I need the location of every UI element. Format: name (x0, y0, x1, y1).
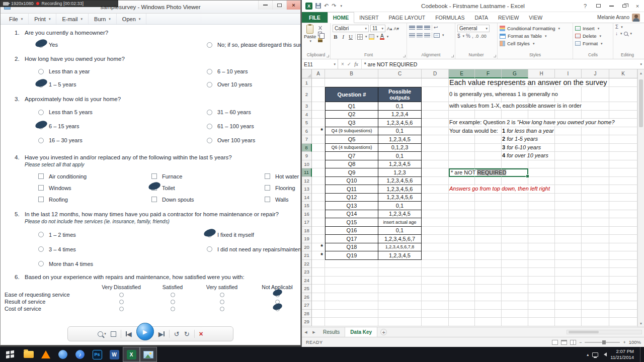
cell-D7[interactable] (422, 135, 449, 144)
sheet-nav-left-icon[interactable]: ◀ (302, 327, 310, 337)
cell-A20[interactable]: * (312, 243, 325, 252)
decrease-decimal-button[interactable]: .00 (480, 34, 487, 39)
cell-K22[interactable] (609, 260, 637, 268)
accounting-format-button[interactable]: $ (457, 34, 460, 39)
cell-H20[interactable] (528, 243, 555, 252)
formula-input[interactable]: * are NOT REQUIRED (362, 59, 639, 69)
cell-C19[interactable]: 1,2,3,4,5,6,7 (378, 235, 422, 243)
cell-D9[interactable] (422, 152, 449, 160)
cell-B9[interactable]: Q7 (325, 152, 378, 160)
sort-filter-button[interactable]: ↓ (615, 31, 618, 36)
align-left-button[interactable] (409, 33, 415, 38)
cell-G23[interactable] (502, 268, 528, 277)
cell-F17[interactable] (475, 218, 502, 227)
cell-B24[interactable] (325, 277, 378, 285)
cell-B8[interactable]: Q6 (4 subquestions) (325, 144, 378, 152)
cell-J10[interactable] (582, 160, 609, 169)
cell-D16[interactable] (422, 210, 449, 219)
cell-F4[interactable] (475, 111, 502, 119)
cell-J23[interactable] (582, 268, 609, 277)
cell-C20[interactable]: 1,2,3,4,5,6,7,8 (378, 243, 422, 252)
page-layout-view-icon[interactable] (561, 340, 567, 345)
tab-home[interactable]: HOME (328, 12, 355, 23)
cell-I16[interactable] (555, 210, 582, 219)
cell-I12[interactable] (555, 177, 582, 186)
cell-D25[interactable] (422, 285, 449, 293)
cell-B7[interactable]: Q5 (325, 135, 378, 144)
cell-A29[interactable] (312, 318, 325, 326)
cell-C26[interactable] (378, 293, 422, 302)
tray-expand-icon[interactable]: ▴ (587, 352, 589, 357)
cell-E7[interactable] (449, 135, 475, 144)
cell-C15[interactable]: 0,1 (378, 202, 422, 210)
cell-E2[interactable]: 0 is generally yes, whereas 1 is general… (449, 87, 475, 102)
cell-I29[interactable] (555, 318, 582, 326)
cell-H12[interactable] (528, 177, 555, 186)
cell-H11[interactable] (528, 168, 555, 177)
cell-I10[interactable] (555, 160, 582, 169)
cell-C28[interactable] (378, 310, 422, 318)
cell-C6[interactable]: 0,1 (378, 127, 422, 136)
cell-C10[interactable]: 1,2,3,4,5 (378, 160, 422, 169)
insert-function-icon[interactable]: fx (354, 61, 358, 67)
row-header-4[interactable]: 4 (302, 111, 312, 119)
row-header-9[interactable]: 9 (302, 152, 312, 160)
increase-decimal-button[interactable]: .0 (475, 34, 479, 39)
taskbar-photo-viewer-button[interactable] (140, 347, 157, 362)
font-name-select[interactable]: Calibri▾ (333, 25, 369, 32)
cell-I13[interactable] (555, 185, 582, 194)
cell-B5[interactable]: Q3 (325, 119, 378, 127)
cell-I15[interactable] (555, 202, 582, 210)
cell-C14[interactable]: 1,2,3,4,5,6 (378, 194, 422, 202)
cell-D14[interactable] (422, 194, 449, 202)
taskbar-media-app-button[interactable] (54, 347, 71, 362)
formula-bar-expand-icon[interactable]: ▾ (640, 62, 642, 66)
zoom-out-icon[interactable]: − (579, 340, 582, 345)
cell-J12[interactable] (582, 177, 609, 186)
cell-B11[interactable]: Q9 (325, 168, 378, 177)
enter-icon[interactable]: ✓ (347, 61, 351, 67)
cell-E15[interactable] (449, 202, 475, 210)
cell-D10[interactable] (422, 160, 449, 169)
cell-D8[interactable] (422, 144, 449, 152)
cell-H15[interactable] (528, 202, 555, 210)
cell-A8[interactable] (312, 144, 325, 152)
align-center-button[interactable] (417, 33, 423, 38)
cell-G7[interactable]: 2 for 1-5 years (502, 135, 528, 144)
cell-B10[interactable]: Q8 (325, 160, 378, 169)
cell-J21[interactable] (582, 251, 609, 260)
column-header-G[interactable]: G (502, 69, 528, 78)
cell-I17[interactable] (555, 218, 582, 227)
cell-A25[interactable] (312, 285, 325, 293)
column-header-B[interactable]: B (325, 69, 378, 78)
cell-B18[interactable]: Q16 (325, 227, 378, 235)
column-header-I[interactable]: I (555, 69, 582, 78)
show-desktop-button[interactable] (640, 347, 643, 362)
cell-C7[interactable]: 1,2,3,4,5 (378, 135, 422, 144)
dialog-launcher-icon[interactable] (403, 55, 406, 57)
start-button[interactable] (0, 347, 20, 362)
cell-K8[interactable] (609, 144, 637, 152)
cell-K13[interactable] (609, 185, 637, 194)
cell-C29[interactable] (378, 318, 422, 326)
cell-J3[interactable] (582, 102, 609, 111)
cell-I26[interactable] (555, 293, 582, 302)
cell-E26[interactable] (449, 293, 475, 302)
wrap-text-button[interactable]: ↩ (434, 25, 438, 30)
cut-icon[interactable] (318, 26, 323, 30)
row-header-8[interactable]: 8 (302, 144, 312, 152)
row-header-10[interactable]: 10 (302, 160, 312, 169)
cell-C24[interactable] (378, 277, 422, 285)
row-header-20[interactable]: 20 (302, 243, 312, 252)
italic-button[interactable]: I (340, 34, 346, 40)
cell-G26[interactable] (502, 293, 528, 302)
minimize-button[interactable] (605, 0, 618, 12)
cell-K20[interactable] (609, 243, 637, 252)
dialog-launcher-icon[interactable] (494, 55, 496, 57)
cell-G20[interactable] (502, 243, 528, 252)
cell-J20[interactable] (582, 243, 609, 252)
cell-F28[interactable] (475, 310, 502, 318)
cell-H14[interactable] (528, 194, 555, 202)
cell-J26[interactable] (582, 293, 609, 302)
cell-B13[interactable]: Q11 (325, 185, 378, 194)
